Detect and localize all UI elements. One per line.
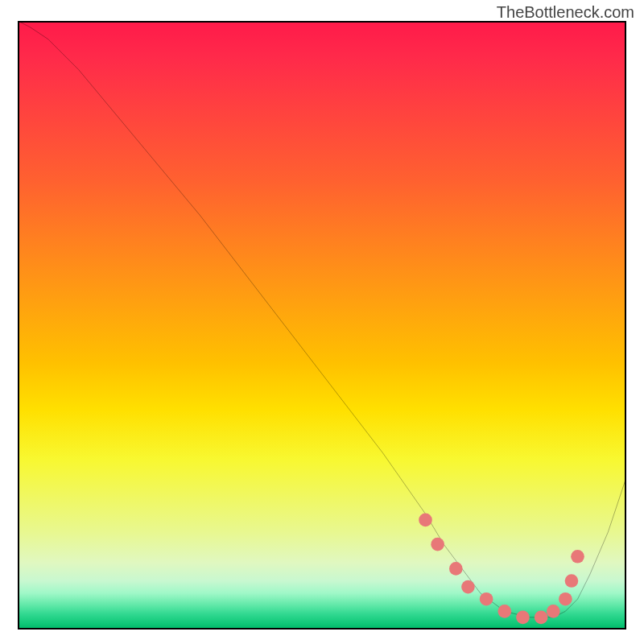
marker-dot <box>571 550 584 564</box>
chart-svg <box>18 21 626 630</box>
marker-dot <box>419 514 432 527</box>
watermark-text: TheBottleneck.com <box>497 3 634 22</box>
marker-dot <box>431 538 444 551</box>
marker-dot <box>547 605 560 618</box>
marker-dot <box>480 592 493 606</box>
marker-dot <box>497 605 511 618</box>
marker-dot <box>461 580 475 594</box>
marker-dot <box>535 611 548 625</box>
marker-dot <box>565 574 579 588</box>
bottleneck-curve <box>18 21 626 617</box>
marker-dot <box>559 592 572 606</box>
curve-markers <box>419 514 584 625</box>
marker-dot <box>516 611 530 625</box>
chart-area <box>18 21 626 630</box>
marker-dot <box>449 562 463 576</box>
